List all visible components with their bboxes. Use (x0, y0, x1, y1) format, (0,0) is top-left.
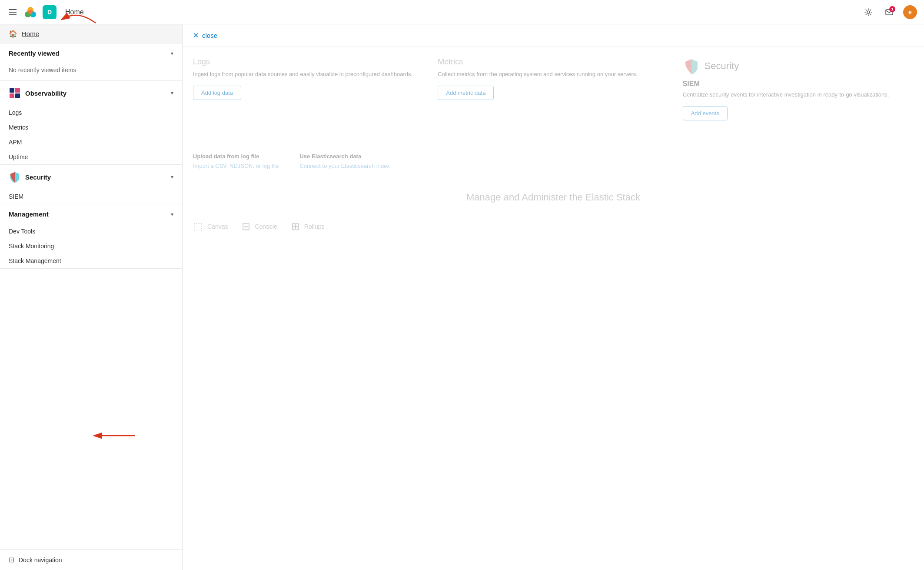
console-label: Console (255, 223, 277, 230)
console-tool[interactable]: ⊟ Console (242, 220, 277, 233)
observability-items: Logs Metrics APM Uptime (0, 105, 182, 164)
main-layout: 🏠 Home Recently viewed ▾ No recently vie… (0, 24, 924, 570)
svg-rect-6 (10, 88, 14, 93)
dock-icon: ⊡ (9, 556, 14, 564)
siem-desc: Centralize security events for interacti… (683, 90, 914, 99)
add-log-data-button[interactable]: Add log data (193, 86, 241, 100)
upload-subtitle: Import a CSV, NDJSON, or log file (193, 161, 279, 171)
rollups-label: Rollups (304, 223, 325, 230)
sidebar-item-dev-tools[interactable]: Dev Tools (0, 224, 182, 239)
security-card-header: Security (683, 57, 914, 75)
canvas-label: Canvas (207, 223, 228, 230)
security-card: Security SIEM Centralize security events… (683, 57, 914, 131)
recently-viewed-header[interactable]: Recently viewed ▾ (0, 43, 182, 63)
svg-point-3 (28, 10, 33, 14)
observability-chevron: ▾ (171, 90, 173, 96)
security-chevron: ▾ (171, 174, 173, 180)
user-avatar[interactable]: e (903, 5, 917, 19)
recently-viewed-title: Recently viewed (9, 50, 60, 57)
close-label: close (202, 32, 217, 39)
management-chevron: ▾ (171, 211, 173, 217)
logs-title: Logs (193, 57, 424, 67)
elasticsearch-card: Use Elasticsearch data Connect to your E… (299, 152, 389, 171)
security-title: Security (25, 173, 51, 181)
upload-card: Upload data from log file Import a CSV, … (193, 152, 279, 171)
security-header[interactable]: Security ▾ (0, 165, 182, 189)
close-bar[interactable]: ✕ close (183, 24, 924, 47)
home-label: Home (22, 30, 39, 37)
header-title: Home (65, 8, 84, 16)
no-recently-viewed: No recently viewed items (0, 63, 182, 80)
management-header[interactable]: Management ▾ (0, 204, 182, 224)
stack-management-arrow (87, 429, 139, 444)
management-title: Management (9, 210, 49, 218)
sidebar-home[interactable]: 🏠 Home (0, 24, 182, 43)
rollups-icon: ⊞ (291, 220, 300, 233)
sidebar-item-stack-monitoring[interactable]: Stack Monitoring (0, 239, 182, 253)
metrics-desc: Collect metrics from the operating syste… (438, 70, 668, 79)
app-header: D Home 1 e (0, 0, 924, 24)
settings-icon[interactable] (861, 5, 875, 19)
canvas-tool[interactable]: ⬚ Canvas (193, 220, 228, 233)
observability-title: Observability (25, 90, 66, 97)
logs-desc: Ingest logs from popular data sources an… (193, 70, 424, 79)
logs-card: Logs Ingest logs from popular data sourc… (193, 57, 424, 131)
security-icon-group: Security (9, 171, 51, 183)
manage-section: Manage and Administer the Elastic Stack (183, 181, 924, 213)
svg-rect-9 (15, 93, 20, 98)
notifications-icon[interactable]: 1 (882, 5, 896, 19)
dock-navigation[interactable]: ⊡ Dock navigation (0, 549, 182, 570)
add-events-button[interactable]: Add events (683, 106, 728, 120)
top-cards: Logs Ingest logs from popular data sourc… (183, 47, 924, 141)
notification-badge: 1 (889, 6, 895, 12)
header-right: 1 e (861, 5, 917, 19)
sidebar-item-uptime[interactable]: Uptime (0, 150, 182, 164)
sidebar-item-metrics[interactable]: Metrics (0, 120, 182, 135)
dock-label: Dock navigation (19, 557, 62, 563)
recently-viewed-chevron: ▾ (171, 50, 173, 57)
sidebar-item-apm[interactable]: APM (0, 135, 182, 150)
observability-header[interactable]: Observability ▾ (0, 81, 182, 105)
recently-viewed-section: Recently viewed ▾ No recently viewed ite… (0, 43, 182, 81)
close-x-icon: ✕ (193, 31, 199, 40)
security-card-icon (683, 57, 700, 75)
user-badge[interactable]: D (43, 5, 57, 19)
svg-rect-7 (15, 88, 20, 93)
main-content: ✕ close Logs Ingest logs from popular da… (183, 24, 924, 570)
home-icon: 🏠 (9, 30, 17, 38)
sidebar: 🏠 Home Recently viewed ▾ No recently vie… (0, 24, 183, 570)
elastic-logo[interactable] (23, 5, 37, 19)
header-left: D Home (7, 5, 84, 19)
management-items: Dev Tools Stack Monitoring Stack Managem… (0, 224, 182, 268)
metrics-card: Metrics Collect metrics from the operati… (438, 57, 668, 131)
upload-title: Upload data from log file (193, 152, 279, 161)
security-section: Security ▾ SIEM (0, 165, 182, 204)
security-card-title: Security (705, 60, 739, 72)
es-title: Use Elasticsearch data (299, 152, 389, 161)
security-shield-icon (9, 171, 21, 183)
tools-grid: ⬚ Canvas ⊟ Console ⊞ Rollups (183, 213, 924, 240)
console-icon: ⊟ (242, 220, 250, 233)
canvas-icon: ⬚ (193, 220, 203, 233)
hamburger-menu[interactable] (7, 7, 18, 17)
rollups-tool[interactable]: ⊞ Rollups (291, 220, 325, 233)
observability-icon-group: Observability (9, 87, 66, 99)
svg-point-4 (867, 11, 870, 13)
observability-icon (9, 87, 21, 99)
data-source-row: Upload data from log file Import a CSV, … (183, 141, 924, 181)
sidebar-item-logs[interactable]: Logs (0, 105, 182, 120)
sidebar-item-stack-management[interactable]: Stack Management (0, 253, 182, 268)
metrics-title: Metrics (438, 57, 668, 67)
svg-rect-8 (10, 93, 14, 98)
siem-title: SIEM (683, 80, 914, 88)
observability-section: Observability ▾ Logs Metrics APM Uptime (0, 81, 182, 165)
es-subtitle: Connect to your Elasticsearch index (299, 161, 389, 171)
manage-title: Manage and Administer the Elastic Stack (193, 192, 914, 203)
management-section: Management ▾ Dev Tools Stack Monitoring … (0, 204, 182, 269)
security-items: SIEM (0, 189, 182, 204)
sidebar-item-siem[interactable]: SIEM (0, 189, 182, 204)
add-metric-data-button[interactable]: Add metric data (438, 86, 494, 100)
